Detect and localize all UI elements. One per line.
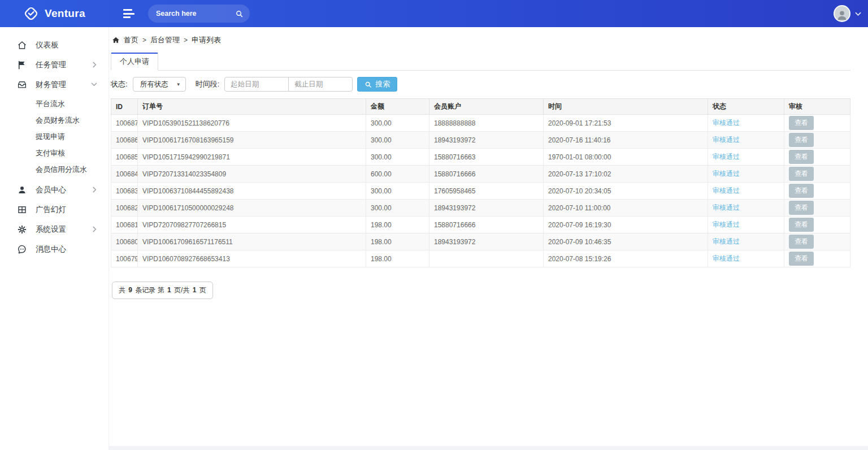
- end-date-input[interactable]: [288, 77, 353, 92]
- cell-id: 100682: [111, 200, 138, 217]
- filter-bar: 状态: 所有状态 ▼ 时间段: 搜索: [111, 77, 850, 92]
- chevron-right-icon: [92, 62, 97, 68]
- view-button[interactable]: 查看: [789, 235, 814, 249]
- table-row: 100685 VIPD1051715942990219871 300.00 15…: [111, 149, 850, 166]
- cell-account: 18943193972: [429, 200, 544, 217]
- cell-account: 17605958465: [429, 183, 544, 200]
- sidebar-item-member-center[interactable]: 会员中心: [0, 180, 108, 200]
- total-records: 9: [128, 286, 132, 294]
- chevron-down-icon: [91, 82, 97, 87]
- applications-table: ID 订单号 金额 会员账户 时间 状态 审核 100687 VIPD10539…: [111, 98, 850, 267]
- status-link[interactable]: 审核通过: [713, 254, 740, 262]
- cell-id: 100686: [111, 132, 138, 149]
- cell-amount: 300.00: [366, 183, 429, 200]
- cell-status: 审核通过: [708, 183, 784, 200]
- sidebar-subitem-withdraw-request[interactable]: 提现申请: [0, 128, 108, 145]
- sidebar-subitem-platform-flow[interactable]: 平台流水: [0, 96, 108, 112]
- sidebar-item-ad-slides[interactable]: 广告幻灯: [0, 200, 108, 219]
- cell-amount: 300.00: [366, 149, 429, 166]
- column-header-order: 订单号: [138, 99, 366, 115]
- footer-strip: [109, 446, 868, 450]
- cell-amount: 198.00: [366, 233, 429, 250]
- date-range-group: [224, 77, 353, 92]
- sidebar-item-label: 仪表板: [36, 40, 59, 50]
- view-button[interactable]: 查看: [789, 150, 814, 164]
- view-button[interactable]: 查看: [789, 133, 814, 147]
- column-header-review: 审核: [784, 99, 850, 115]
- cell-time: 2020-07-09 16:19:30: [544, 217, 708, 233]
- cell-time: 2020-07-10 20:34:05: [544, 183, 708, 200]
- status-link[interactable]: 审核通过: [713, 136, 740, 144]
- topbar-search[interactable]: [148, 5, 250, 23]
- sidebar-item-dashboard[interactable]: 仪表板: [0, 35, 108, 55]
- top-navbar: Ventura: [0, 0, 868, 27]
- status-select[interactable]: 所有状态 ▼: [133, 77, 186, 92]
- cell-order-number: VIPD720713314023354809: [138, 166, 366, 183]
- message-icon: [17, 244, 27, 254]
- status-link[interactable]: 审核通过: [713, 204, 740, 211]
- sidebar-subitem-member-credit-flow[interactable]: 会员信用分流水: [0, 161, 108, 178]
- table-row: 100679 VIPD1060708927668653413 198.00 20…: [111, 250, 850, 267]
- cell-time: 2020-07-10 11:00:00: [544, 200, 708, 217]
- status-link[interactable]: 审核通过: [713, 237, 740, 245]
- status-link[interactable]: 审核通过: [713, 187, 740, 194]
- tab-personal-applications[interactable]: 个人申请: [111, 53, 158, 71]
- user-icon: [17, 185, 27, 195]
- table-header-row: ID 订单号 金额 会员账户 时间 状态 审核: [111, 99, 850, 115]
- sidebar-toggle-hamburger-icon[interactable]: [123, 9, 136, 18]
- grid-icon: [17, 205, 27, 215]
- sidebar-item-system-settings[interactable]: 系统设置: [0, 219, 108, 239]
- brand[interactable]: Ventura: [0, 5, 109, 22]
- view-button[interactable]: 查看: [789, 218, 814, 232]
- search-icon[interactable]: [232, 6, 246, 21]
- chevron-down-icon[interactable]: [855, 8, 861, 19]
- breadcrumb-home[interactable]: 首页: [124, 35, 138, 45]
- cell-id: 100680: [111, 233, 138, 250]
- sidebar-item-finance-management[interactable]: 财务管理: [0, 75, 108, 94]
- status-link[interactable]: 审核通过: [713, 153, 740, 161]
- search-input[interactable]: [156, 10, 232, 18]
- view-button[interactable]: 查看: [789, 116, 814, 130]
- status-link[interactable]: 审核通过: [713, 220, 740, 228]
- cell-order-number: VIPD1053901521138620776: [138, 115, 366, 132]
- view-button[interactable]: 查看: [789, 184, 814, 198]
- table-row: 100684 VIPD720713314023354809 600.00 158…: [111, 166, 850, 183]
- status-link[interactable]: 审核通过: [713, 119, 740, 127]
- table-row: 100681 VIPD720709827707266815 198.00 158…: [111, 217, 850, 233]
- cell-action: 查看: [784, 183, 850, 200]
- cell-account: 15880716666: [429, 166, 544, 183]
- column-header-amount: 金额: [366, 99, 429, 115]
- cell-status: 审核通过: [708, 166, 784, 183]
- sidebar-item-label: 消息中心: [36, 244, 66, 254]
- breadcrumb-separator: >: [184, 36, 188, 44]
- view-button[interactable]: 查看: [789, 201, 814, 215]
- sidebar-item-message-center[interactable]: 消息中心: [0, 239, 108, 259]
- main-content: 首页 > 后台管理 > 申请列表 个人申请 状态: 所有状态 ▼ 时间段: 搜索: [109, 27, 868, 450]
- sidebar-item-task-management[interactable]: 任务管理: [0, 55, 108, 75]
- cell-action: 查看: [784, 250, 850, 267]
- breadcrumb-current: 申请列表: [192, 35, 221, 45]
- period-filter-label: 时间段:: [196, 79, 220, 89]
- table-row: 100687 VIPD1053901521138620776 300.00 18…: [111, 115, 850, 132]
- breadcrumb-admin[interactable]: 后台管理: [150, 35, 180, 45]
- cell-time: 2020-07-09 10:46:35: [544, 233, 708, 250]
- cell-account: 15880716666: [429, 217, 544, 233]
- search-icon: [364, 81, 372, 88]
- user-avatar[interactable]: [834, 5, 850, 22]
- flag-icon: [17, 60, 27, 70]
- cell-status: 审核通过: [708, 132, 784, 149]
- cell-status: 审核通过: [708, 115, 784, 132]
- sidebar-subitem-payment-review[interactable]: 支付审核: [0, 145, 108, 161]
- search-button[interactable]: 搜索: [357, 77, 397, 92]
- cell-status: 审核通过: [708, 250, 784, 267]
- start-date-input[interactable]: [224, 77, 289, 92]
- status-link[interactable]: 审核通过: [713, 170, 740, 178]
- home-icon: [17, 40, 27, 50]
- cell-time: 2020-07-16 11:40:16: [544, 132, 708, 149]
- view-button[interactable]: 查看: [789, 167, 814, 181]
- cell-account: 15880716663: [429, 149, 544, 166]
- sidebar-subitem-member-finance-flow[interactable]: 会员财务流水: [0, 112, 108, 128]
- cell-amount: 300.00: [366, 115, 429, 132]
- view-button[interactable]: 查看: [789, 252, 814, 266]
- cell-action: 查看: [784, 233, 850, 250]
